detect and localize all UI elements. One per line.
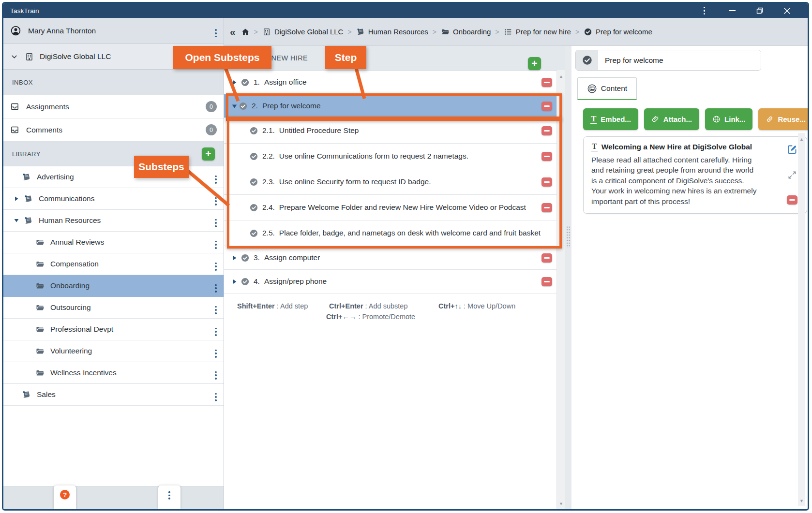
collapse-triangle-icon[interactable] — [231, 103, 238, 110]
add-step-button[interactable]: + — [528, 57, 541, 70]
user-menu-kebab-icon[interactable] — [215, 24, 217, 37]
sidebar-item-outsourcing[interactable]: Outsourcing — [3, 297, 224, 319]
item-menu-kebab-icon[interactable] — [215, 301, 217, 314]
step-title-input[interactable] — [598, 50, 761, 70]
chevron-down-icon[interactable] — [10, 53, 18, 61]
company-row[interactable]: DigiSolve Global LLC — [3, 44, 224, 70]
remove-content-button[interactable] — [787, 195, 797, 205]
expand-triangle-icon[interactable] — [231, 254, 238, 262]
breadcrumb-label: Onboarding — [453, 28, 491, 36]
close-button[interactable] — [773, 3, 801, 18]
item-menu-kebab-icon[interactable] — [215, 170, 217, 183]
folder-icon — [35, 260, 45, 269]
reuse-button[interactable]: Reuse... — [758, 108, 809, 130]
sidebar-item-onboarding[interactable]: Onboarding — [3, 275, 224, 297]
item-menu-kebab-icon[interactable] — [215, 235, 217, 249]
item-menu-kebab-icon[interactable] — [215, 192, 217, 205]
detail-scrollbar[interactable]: ▲ ▼ — [798, 133, 805, 506]
check-circle-icon[interactable] — [249, 152, 258, 161]
substep-row-2-4[interactable]: 2.4. Prepare Welcome Folder and review N… — [224, 195, 557, 220]
embed-button[interactable]: T Embed... — [583, 108, 638, 130]
expand-triangle-icon[interactable] — [231, 79, 238, 86]
collapse-triangle-icon[interactable] — [13, 217, 20, 224]
remove-step-button[interactable] — [541, 203, 552, 212]
substep-row-2-5[interactable]: 2.5. Place folder, badge, and nametags o… — [224, 220, 557, 246]
item-menu-kebab-icon[interactable] — [215, 388, 217, 401]
step-row-1[interactable]: 1. Assign office — [224, 71, 557, 94]
step-row-3[interactable]: 3. Assign computer — [224, 246, 557, 270]
check-circle-icon[interactable] — [241, 253, 250, 263]
item-menu-kebab-icon[interactable] — [215, 366, 217, 379]
scroll-up-icon[interactable]: ▲ — [798, 137, 805, 142]
remove-step-button[interactable] — [541, 253, 552, 263]
breadcrumb-item-organization[interactable]: DigiSolve Global LLC — [262, 28, 344, 36]
remove-step-button[interactable] — [541, 102, 552, 111]
attach-button[interactable]: Attach... — [644, 108, 699, 130]
breadcrumb-item-manual[interactable]: Human Resources — [356, 28, 428, 36]
breadcrumb-separator: > — [254, 28, 258, 36]
step-row-2-selected[interactable]: 2. Prep for welcome — [224, 94, 557, 118]
item-menu-kebab-icon[interactable] — [215, 344, 217, 357]
substep-row-2-3[interactable]: 2.3. Use online Security form to request… — [224, 169, 557, 195]
sidebar-item-annual-reviews[interactable]: Annual Reviews — [3, 232, 224, 253]
collapse-sidebar-icon[interactable]: « — [230, 26, 236, 38]
sidebar-menu-button[interactable] — [158, 485, 180, 509]
remove-step-button[interactable] — [541, 277, 552, 286]
scroll-down-icon[interactable]: ▼ — [557, 501, 565, 506]
remove-step-button[interactable] — [541, 152, 552, 161]
check-circle-icon[interactable] — [239, 102, 248, 111]
divider-drag-handle[interactable] — [566, 226, 571, 248]
sidebar-item-human-resources[interactable]: Human Resources — [3, 210, 224, 232]
remove-step-button[interactable] — [541, 126, 552, 135]
sidebar-item-comments[interactable]: Comments 0 — [3, 118, 224, 142]
edit-content-button[interactable] — [786, 144, 798, 155]
breadcrumb-item-procedure[interactable]: Prep for new hire — [504, 28, 571, 36]
sidebar-item-advertising[interactable]: Advertising — [3, 166, 224, 188]
substep-row-2-2[interactable]: 2.2. Use online Communications form to r… — [224, 144, 557, 169]
check-circle-icon[interactable] — [249, 126, 258, 135]
tab-content[interactable]: Content — [577, 77, 637, 100]
sidebar-item-wellness-incentives[interactable]: Wellness Incentives — [3, 362, 224, 384]
remove-step-button[interactable] — [541, 177, 552, 187]
check-circle-icon[interactable] — [241, 277, 250, 286]
home-icon[interactable] — [241, 28, 250, 36]
window-menu-kebab-icon[interactable] — [691, 3, 718, 18]
breadcrumb-item-folder[interactable]: Onboarding — [441, 28, 491, 36]
check-circle-icon[interactable] — [249, 177, 258, 187]
sidebar-item-volunteering[interactable]: Volunteering — [3, 340, 224, 362]
check-circle-icon[interactable] — [249, 229, 258, 238]
breadcrumb-separator: > — [495, 28, 499, 36]
sidebar-item-professional-devpt[interactable]: Professional Devpt — [3, 319, 224, 340]
sidebar-item-communications[interactable]: Communications — [3, 188, 224, 210]
substep-row-2-1[interactable]: 2.1. Untitled Procedure Step — [224, 118, 557, 144]
check-circle-icon[interactable] — [241, 78, 250, 87]
remove-step-button[interactable] — [541, 78, 552, 87]
panel-divider[interactable] — [565, 46, 571, 509]
step-check-cell[interactable] — [576, 50, 598, 70]
sidebar-item-sales[interactable]: Sales — [3, 384, 224, 406]
expand-content-button[interactable] — [787, 170, 797, 180]
restore-button[interactable] — [746, 3, 773, 18]
step-row-4[interactable]: 4. Assign/prep phone — [224, 270, 557, 293]
link-button[interactable]: Link... — [705, 108, 752, 130]
expand-triangle-icon[interactable] — [231, 278, 238, 285]
button-label: Reuse... — [778, 115, 806, 123]
add-manual-button[interactable]: + — [202, 147, 215, 161]
check-circle-icon[interactable] — [249, 203, 258, 212]
breadcrumb-item-step[interactable]: Prep for welcome — [584, 28, 652, 36]
item-menu-kebab-icon[interactable] — [215, 214, 217, 227]
step-label: Assign office — [264, 78, 307, 87]
expand-triangle-icon[interactable] — [13, 195, 20, 202]
item-menu-kebab-icon[interactable] — [215, 257, 217, 270]
minimize-button[interactable] — [718, 3, 746, 18]
item-menu-kebab-icon[interactable] — [215, 322, 217, 336]
help-button[interactable]: ? — [54, 485, 76, 509]
sidebar-item-assignments[interactable]: Assignments 0 — [3, 95, 224, 118]
steps-scrollbar[interactable]: ▲ ▼ — [556, 70, 565, 509]
library-header-label: LIBRARY — [12, 150, 41, 158]
scroll-down-icon[interactable]: ▼ — [798, 498, 805, 503]
user-row[interactable]: Mary Anna Thornton — [3, 18, 224, 44]
scroll-up-icon[interactable]: ▲ — [557, 74, 565, 79]
item-menu-kebab-icon[interactable] — [215, 279, 217, 292]
sidebar-item-compensation[interactable]: Compensation — [3, 253, 224, 275]
